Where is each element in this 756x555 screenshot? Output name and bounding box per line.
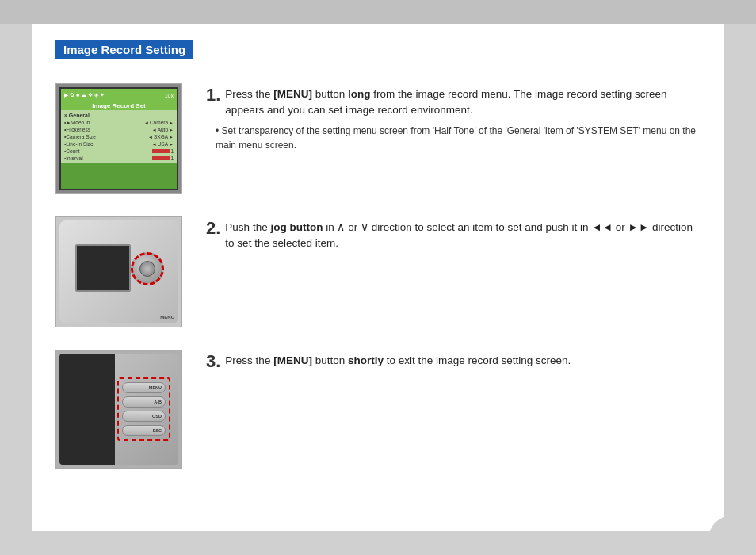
cam-item-count: •Count 1 [64,147,174,155]
esc-button: ESC [122,425,166,436]
step-1-row: ▶ ✿ ■ ☁ ❖ ◈ ✦ 10x Image Record Set » Gen… [55,83,701,194]
shortly-bold: shortly [348,354,384,366]
main-content: Image Record Setting ▶ ✿ ■ ☁ ❖ ◈ ✦ 10x [32,24,724,531]
step-1-desc: 1. Press the [MENU] button long from the… [206,86,701,119]
cam-icons: ▶ ✿ ■ ☁ ❖ ◈ ✦ [64,92,105,98]
camera-device: MENU [59,220,178,323]
cam-menu-title: Image Record Set [61,101,177,110]
cam-general-label: » General [64,112,174,119]
step-1-image: ▶ ✿ ■ ☁ ❖ ◈ ✦ 10x Image Record Set » Gen… [55,83,182,194]
camera-screen-ui: ▶ ✿ ■ ☁ ❖ ◈ ✦ 10x Image Record Set » Gen… [59,87,178,190]
cam-icon-2: ✿ [70,92,74,98]
step-2-row: MENU 2. Push the jog button in ∧ or ∨ di… [55,216,701,327]
cam-status: 10x [165,93,174,98]
step-3-text: 3. Press the [MENU] button shortly to ex… [206,350,701,373]
cam-icon-6: ◈ [94,92,98,98]
menu-button: MENU [122,382,166,393]
cam-icon-5: ❖ [88,92,93,98]
jog-inner [139,261,155,277]
osd-button: OSD [122,411,166,422]
cam-topbar: ▶ ✿ ■ ☁ ❖ ◈ ✦ 10x [61,89,177,101]
cam-icon-1: ▶ [64,92,68,98]
bottom-corner-decoration [708,515,756,555]
cam-dark-panel [59,354,115,465]
step-1-number: 1. [206,86,220,104]
menu-label: MENU [160,315,174,320]
step-2-text: 2. Push the jog button in ∧ or ∨ directi… [206,216,701,257]
menu-bold-1: [MENU] [273,88,312,100]
button-group: MENU A-B OSD ESC [117,377,170,441]
step-3-image: MENU A-B OSD ESC [55,350,182,469]
cam-item-videoin: •►Video In ◄ Camera ► [64,119,174,126]
step-2-number: 2. [206,220,220,237]
cam-icon-7: ✦ [100,92,105,98]
step-2-image: MENU [55,216,182,327]
ab-btn-label: A-B [154,400,162,404]
step-2-desc: 2. Push the jog button in ∧ or ∨ directi… [206,220,701,252]
cam-icon-3: ■ [76,92,79,98]
cam-item-camsize: •Camera Size ◄ SXGA ► [64,133,174,140]
cam-icon-4: ☁ [81,92,86,98]
cam-item-linesize: •Line-In Size ◄ USA ► [64,140,174,147]
camera-buttons: MENU A-B OSD ESC [59,354,178,465]
jog-dial [131,252,164,285]
osd-btn-label: OSD [152,414,162,419]
step-1-bullet: Set transparency of the setting menu scr… [216,124,701,152]
cam-item-interval: •Interval 1 [64,155,174,162]
cam-item-flicker: •Flickerless ◄ Auto ► [64,126,174,133]
ab-button: A-B [122,396,166,408]
camera-lcd [75,244,131,292]
menu-btn-label: MENU [149,385,162,390]
jog-bold: jog button [270,221,323,233]
section-title: Image Record Setting [55,40,193,59]
step-3-row: MENU A-B OSD ESC 3. Press the [MENU] [55,350,701,469]
menu-bold-3: [MENU] [273,354,312,366]
step-3-number: 3. [206,353,220,370]
esc-btn-label: ESC [153,428,162,433]
top-bar [0,0,756,24]
cam-menu-body: » General •►Video In ◄ Camera ► •Flicker… [61,110,177,163]
long-bold: long [348,88,371,100]
step-3-desc: 3. Press the [MENU] button shortly to ex… [206,353,701,369]
step-1-text: 1. Press the [MENU] button long from the… [206,83,701,152]
